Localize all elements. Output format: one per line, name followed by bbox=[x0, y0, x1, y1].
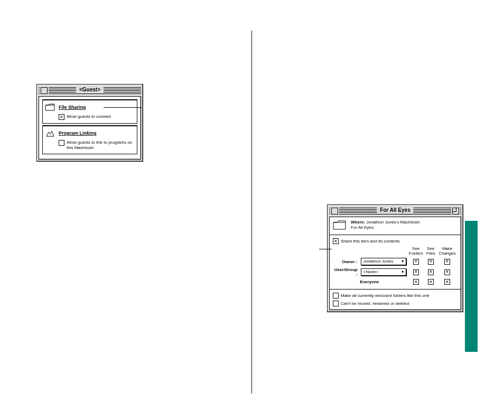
everyone-see-files-checkbox[interactable] bbox=[428, 279, 434, 285]
make-enclosed-like-this-label: Make all currently enclosed folders like… bbox=[341, 293, 430, 298]
popup-triangle-icon: ▼ bbox=[401, 269, 405, 275]
sharing-permissions-window: For All Eyes Where: Jonathon Jones's Mac… bbox=[328, 205, 463, 312]
everyone-see-folders-checkbox[interactable] bbox=[413, 279, 419, 285]
col-see-folders: See Folders bbox=[407, 246, 425, 257]
allow-guests-connect-label: Allow guests to connect bbox=[67, 114, 111, 119]
divider bbox=[330, 235, 461, 235]
popup-triangle-icon: ▼ bbox=[401, 258, 405, 265]
window-body: Where: Jonathon Jones's Macintosh: For A… bbox=[329, 217, 461, 310]
folder-icon bbox=[45, 102, 55, 112]
user-group-label: User/Group : bbox=[333, 266, 360, 278]
titlebar[interactable]: <Guest> bbox=[39, 86, 141, 95]
program-linking-icon bbox=[45, 128, 55, 138]
user-group-popup-value: <None> bbox=[363, 269, 378, 275]
row-everyone: Everyone bbox=[333, 278, 458, 286]
where-path-line1: Jonathon Jones's Macintosh: bbox=[366, 220, 421, 225]
file-sharing-label: File Sharing bbox=[59, 105, 86, 110]
where-label: Where: bbox=[351, 220, 365, 225]
window-title: For All Eyes bbox=[377, 207, 413, 213]
callout-line bbox=[104, 107, 142, 108]
titlebar[interactable]: For All Eyes bbox=[329, 207, 461, 215]
usergroup-see-folders-checkbox[interactable] bbox=[413, 269, 419, 275]
cant-be-moved-label: Can't be moved, renamed or deleted bbox=[341, 301, 409, 306]
guest-access-window: <Guest> File Sharing Allow guests to con… bbox=[37, 85, 143, 161]
col-see-files: See Files bbox=[425, 246, 437, 257]
divider bbox=[330, 289, 461, 290]
permissions-table: See Folders See Files Make Changes Owner… bbox=[333, 246, 458, 286]
share-item-checkbox[interactable] bbox=[333, 238, 339, 244]
row-owner: Owner : Jonathon Jones ▼ bbox=[333, 257, 458, 266]
window-title: <Guest> bbox=[76, 87, 104, 92]
usergroup-make-changes-checkbox[interactable] bbox=[444, 269, 450, 275]
user-group-popup[interactable]: <None> ▼ bbox=[361, 268, 406, 276]
everyone-make-changes-checkbox[interactable] bbox=[444, 279, 450, 285]
where-row: Where: Jonathon Jones's Macintosh: For A… bbox=[333, 220, 458, 231]
owner-popup-value: Jonathon Jones bbox=[363, 258, 394, 265]
usergroup-see-files-checkbox[interactable] bbox=[428, 269, 434, 275]
window-body: File Sharing Allow guests to connect Pro… bbox=[39, 96, 141, 160]
folder-icon bbox=[333, 220, 348, 231]
close-box-icon[interactable] bbox=[41, 87, 48, 94]
allow-guests-connect-checkbox[interactable] bbox=[59, 114, 64, 120]
chapter-thumb-tab bbox=[465, 221, 478, 352]
callout-line bbox=[319, 249, 332, 249]
owner-see-files-checkbox[interactable] bbox=[428, 259, 434, 265]
program-linking-label: Program Linking bbox=[59, 130, 97, 136]
program-linking-section: Program Linking Allow guests to link to … bbox=[42, 125, 137, 154]
close-box-icon[interactable] bbox=[331, 208, 338, 214]
page-divider bbox=[251, 31, 252, 394]
allow-guests-link-label: Allow guests to link to programs on this… bbox=[67, 140, 135, 151]
owner-label: Owner : bbox=[333, 257, 360, 266]
owner-make-changes-checkbox[interactable] bbox=[444, 259, 450, 265]
file-sharing-section: File Sharing Allow guests to connect bbox=[42, 99, 137, 124]
col-make-changes: Make Changes bbox=[437, 246, 458, 257]
make-enclosed-like-this-checkbox[interactable] bbox=[333, 293, 339, 298]
owner-see-folders-checkbox[interactable] bbox=[413, 259, 419, 265]
cant-be-moved-checkbox[interactable] bbox=[333, 301, 339, 306]
row-user-group: User/Group : <None> ▼ bbox=[333, 266, 458, 278]
owner-popup[interactable]: Jonathon Jones ▼ bbox=[361, 258, 406, 265]
everyone-label: Everyone bbox=[333, 278, 407, 286]
allow-guests-link-checkbox[interactable] bbox=[59, 140, 64, 146]
share-item-label: Share this item and its contents bbox=[341, 239, 400, 244]
zoom-box-icon[interactable] bbox=[452, 208, 459, 214]
where-path-line2: For All Eyes: bbox=[351, 225, 375, 230]
